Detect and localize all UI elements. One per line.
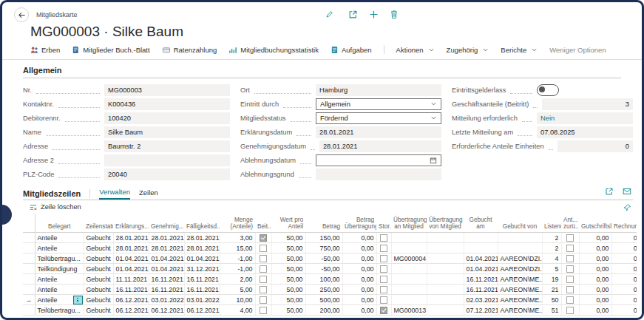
table-cell-rechnungsbetrag[interactable]: 0, [611, 305, 637, 316]
table-cell-betrag[interactable]: 150,00 [305, 233, 342, 243]
checkbox-beitritt[interactable] [260, 234, 267, 242]
row-selector[interactable] [23, 274, 35, 285]
table-cell-beitritt[interactable] [255, 253, 271, 264]
table-cell-gebucht_von[interactable] [498, 233, 542, 243]
table-cell-uebertragung_von_mitglied[interactable] [427, 264, 464, 274]
checkbox-beitritt[interactable] [260, 296, 267, 304]
table-cell-listennr[interactable]: 2 [542, 233, 561, 243]
table-cell-anteile_zurueck[interactable] [561, 274, 579, 285]
table-cell-betrag_uebertragung[interactable]: 0,00 [342, 274, 376, 285]
row-selector[interactable] [23, 233, 35, 243]
share-button[interactable] [605, 187, 614, 196]
checkbox-storniert[interactable] [380, 307, 387, 314]
table-cell-erklaerungsdatum[interactable]: 28.01.2021 [113, 243, 149, 253]
table-cell-gebucht_am[interactable] [464, 233, 498, 243]
table-cell-listennr[interactable]: 4 [542, 253, 561, 264]
table-cell-rechnungsbetrag[interactable]: 0, [611, 233, 637, 243]
table-cell-betrag_uebertragung[interactable]: 0,00 [342, 295, 376, 305]
open-in-new-button[interactable] [348, 10, 358, 19]
table-cell-zeilenstatus[interactable]: Gebucht [84, 295, 113, 305]
checkbox-anteile_zurueck[interactable] [566, 296, 574, 304]
table-cell-betrag_uebertragung[interactable]: 0,00 [342, 233, 376, 243]
column-header-betrag[interactable]: Betrag [305, 214, 342, 233]
table-cell-belegart[interactable]: Teilübertragu... [35, 305, 84, 316]
toolbar-less-options[interactable]: Weniger Optionen [549, 46, 606, 54]
checkbox-storniert[interactable] [380, 286, 387, 293]
table-cell-erklaerungsdatum[interactable]: 06.12.2021 [113, 305, 149, 316]
table-cell-zeilenstatus[interactable]: Gebucht [84, 285, 113, 295]
tab-zeilen[interactable]: Zeilen [139, 188, 158, 199]
table-cell-anteile_zurueck[interactable] [561, 295, 579, 305]
table-cell-beitritt[interactable] [255, 274, 271, 285]
table-cell-genehmigungsdatum[interactable]: 28.01.2021 [149, 243, 184, 253]
table-cell-genehmigungsdatum[interactable]: 16.11.2021 [149, 285, 184, 295]
table-cell-betrag_uebertragung[interactable]: 0,00 [342, 243, 376, 253]
table-cell-uebertragung_an_mitglied[interactable] [391, 264, 427, 274]
table-cell-anteile_zurueck[interactable] [561, 264, 579, 274]
column-header-gutschriftsbetrag[interactable]: Gutschriftsbet... [579, 214, 611, 233]
table-cell-storniert[interactable] [376, 233, 391, 243]
table-cell-anteile_zurueck[interactable] [561, 285, 579, 295]
table-cell-menge[interactable]: -1,00 [220, 253, 255, 264]
table-row[interactable]: AnteileGebucht16.11.202116.11.202116.11.… [23, 285, 637, 295]
table-cell-betrag[interactable]: 500,00 [305, 295, 342, 305]
table-cell-uebertragung_von_mitglied[interactable] [427, 243, 464, 253]
table-cell-menge[interactable]: 15,00 [220, 243, 255, 253]
table-row[interactable]: Teilübertragu...Gebucht01.04.202101.04.2… [23, 253, 637, 264]
table-cell-uebertragung_von_mitglied[interactable] [427, 305, 464, 316]
table-cell-gutschriftsbetrag[interactable]: 0,00 [579, 264, 611, 274]
table-cell-storniert[interactable] [376, 295, 391, 305]
table-cell-genehmigungsdatum[interactable]: 16.11.2021 [149, 274, 184, 285]
table-cell-menge[interactable]: 2,00 [220, 274, 255, 285]
table-cell-gebucht_am[interactable]: 01.04.2021 [464, 264, 498, 274]
tab-verwalten[interactable]: Verwalten [99, 188, 130, 200]
table-cell-faelligkeitsdatum[interactable]: 16.11.2021 [184, 274, 220, 285]
table-cell-genehmigungsdatum[interactable]: 28.01.2021 [149, 233, 184, 243]
table-cell-belegart[interactable]: Anteile [35, 285, 84, 295]
column-header-beitritt[interactable]: Beit... [255, 214, 271, 233]
table-cell-belegart[interactable]: Anteile [35, 243, 84, 253]
table-cell-beitritt[interactable] [255, 295, 271, 305]
row-selector[interactable] [23, 264, 35, 274]
table-cell-zeilenstatus[interactable]: Gebucht [84, 305, 113, 316]
select-field[interactable]: Allgemein [316, 98, 441, 110]
column-header-gebucht_von[interactable]: Gebucht von [498, 214, 542, 233]
table-cell-betrag_uebertragung[interactable]: 0,00 [342, 253, 376, 264]
table-cell-zeilenstatus[interactable]: Gebucht [84, 233, 113, 243]
breadcrumb[interactable]: Mitgliedskarte [36, 11, 78, 18]
table-cell-uebertragung_von_mitglied[interactable] [427, 253, 464, 264]
table-cell-anteile_zurueck[interactable] [561, 243, 579, 253]
table-cell-gebucht_am[interactable]: 02.03.2021 [464, 295, 498, 305]
toolbar-button-4[interactable]: Mitgliedbuchungsstatistik [228, 46, 319, 54]
column-header-betrag_uebertragung[interactable]: Betrag Übertragung [342, 214, 376, 233]
table-cell-rechnungsbetrag[interactable]: 0, [611, 243, 637, 253]
table-cell-gebucht_am[interactable]: 07.12.2021 [464, 305, 498, 316]
table-cell-belegart[interactable]: Teilkündigung [35, 264, 84, 274]
table-cell-belegart[interactable]: Teilübertragu... [35, 253, 84, 264]
table-cell-gutschriftsbetrag[interactable]: 0,00 [579, 243, 611, 253]
table-cell-betrag[interactable]: 750,00 [305, 243, 342, 253]
table-cell-wert_pro_anteil[interactable]: 50,00 [271, 264, 305, 274]
table-cell-storniert[interactable] [376, 305, 391, 316]
side-handle[interactable] [0, 205, 12, 225]
table-cell-erklaerungsdatum[interactable]: 16.11.2021 [113, 285, 149, 295]
checkbox-anteile_zurueck[interactable] [566, 245, 574, 252]
table-cell-zeilenstatus[interactable]: Gebucht [84, 253, 113, 264]
table-cell-wert_pro_anteil[interactable]: 50,00 [271, 253, 305, 264]
table-cell-gutschriftsbetrag[interactable]: 0,00 [579, 305, 611, 316]
checkbox-anteile_zurueck[interactable] [566, 265, 574, 273]
table-cell-rechnungsbetrag[interactable]: 0, [611, 285, 637, 295]
checkbox-anteile_zurueck[interactable] [566, 255, 574, 262]
checkbox-beitritt[interactable] [260, 307, 267, 314]
table-cell-faelligkeitsdatum[interactable]: 16.11.2021 [184, 285, 220, 295]
checkbox-storniert[interactable] [380, 265, 387, 273]
table-cell-uebertragung_an_mitglied[interactable]: MG000013 [391, 305, 427, 316]
table-cell-faelligkeitsdatum[interactable]: 31.12.2021 [184, 264, 220, 274]
table-cell-erklaerungsdatum[interactable]: 01.04.2021 [113, 264, 149, 274]
table-row[interactable]: AnteileGebucht28.01.202128.01.202128.01.… [23, 243, 637, 253]
table-cell-storniert[interactable] [376, 243, 391, 253]
table-cell-faelligkeitsdatum[interactable]: 28.01.2021 [184, 243, 220, 253]
table-cell-menge[interactable]: 10,00 [220, 295, 255, 305]
pin-button[interactable] [623, 203, 631, 211]
column-header-belegart[interactable]: Belegart [35, 214, 84, 233]
